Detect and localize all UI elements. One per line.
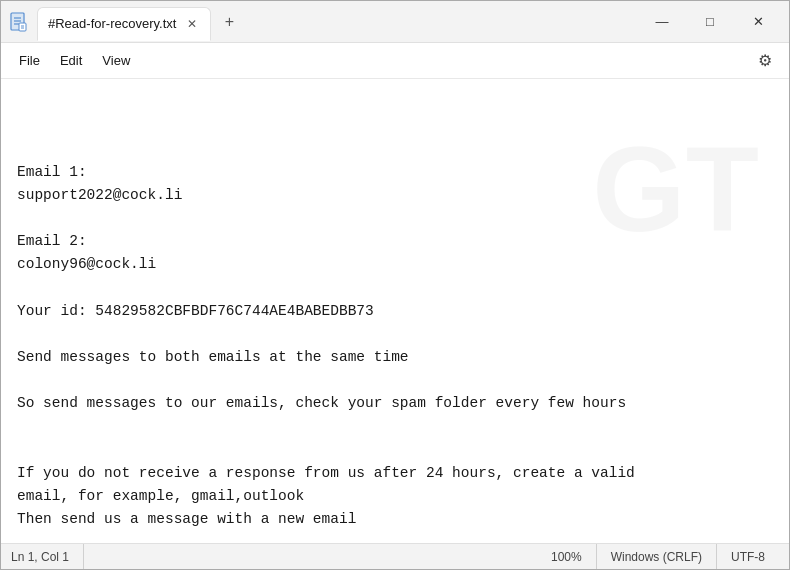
close-button[interactable]: ✕ (735, 6, 781, 38)
tab-title: #Read-for-recovery.txt (48, 16, 176, 31)
titlebar: #Read-for-recovery.txt ✕ + — □ ✕ (1, 1, 789, 43)
active-tab[interactable]: #Read-for-recovery.txt ✕ (37, 7, 211, 41)
window-controls: — □ ✕ (639, 6, 781, 38)
menu-view[interactable]: View (92, 49, 140, 72)
settings-button[interactable]: ⚙ (749, 45, 781, 77)
text-editor[interactable]: GT Email 1: support2022@cock.li Email 2:… (1, 79, 789, 543)
new-tab-button[interactable]: + (215, 8, 243, 36)
line-ending[interactable]: Windows (CRLF) (597, 544, 717, 569)
app-icon (9, 12, 29, 32)
cursor-position: Ln 1, Col 1 (11, 544, 84, 569)
notepad-window: #Read-for-recovery.txt ✕ + — □ ✕ File Ed… (0, 0, 790, 570)
gear-icon: ⚙ (758, 51, 772, 70)
menu-file[interactable]: File (9, 49, 50, 72)
editor-content: Email 1: support2022@cock.li Email 2: co… (17, 161, 773, 532)
svg-rect-5 (19, 23, 26, 31)
tab-close-button[interactable]: ✕ (184, 17, 200, 31)
maximize-button[interactable]: □ (687, 6, 733, 38)
menubar: File Edit View ⚙ (1, 43, 789, 79)
menu-edit[interactable]: Edit (50, 49, 92, 72)
statusbar: Ln 1, Col 1 100% Windows (CRLF) UTF-8 (1, 543, 789, 569)
zoom-level[interactable]: 100% (537, 544, 597, 569)
encoding[interactable]: UTF-8 (717, 544, 779, 569)
minimize-button[interactable]: — (639, 6, 685, 38)
